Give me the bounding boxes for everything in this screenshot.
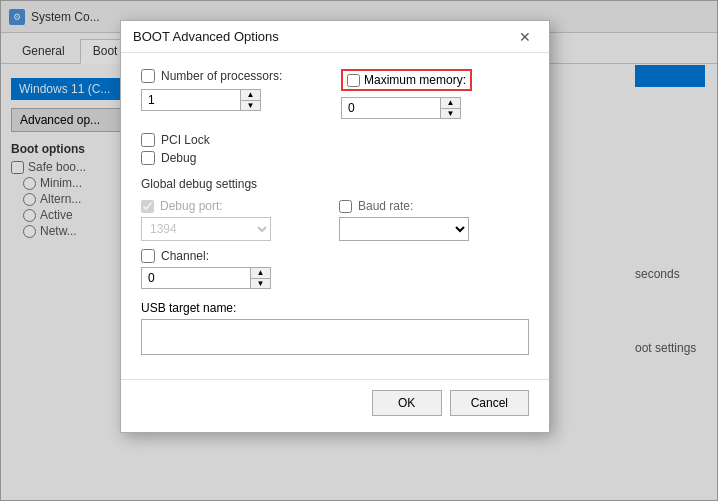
dialog-footer: OK Cancel — [121, 379, 549, 432]
pci-lock-label: PCI Lock — [161, 133, 210, 147]
max-memory-checkbox[interactable] — [347, 74, 360, 87]
max-memory-spinner[interactable]: ▲ ▼ — [341, 97, 461, 119]
num-processors-up[interactable]: ▲ — [241, 90, 260, 100]
usb-target-input[interactable] — [141, 319, 529, 355]
dialog-body: Number of processors: ▲ ▼ Maximum memory… — [121, 53, 549, 371]
num-processors-input[interactable] — [142, 90, 240, 110]
debug-checkbox[interactable] — [141, 151, 155, 165]
dialog-title: BOOT Advanced Options — [133, 29, 279, 44]
usb-target-label: USB target name: — [141, 301, 236, 315]
channel-spinner[interactable]: ▲ ▼ — [141, 267, 271, 289]
num-processors-label: Number of processors: — [161, 69, 282, 83]
debug-row: Debug — [141, 151, 529, 165]
max-memory-col: Maximum memory: ▲ ▼ — [341, 69, 529, 119]
channel-input[interactable] — [142, 268, 250, 288]
num-processors-down[interactable]: ▼ — [241, 100, 260, 111]
debug-settings-grid: Debug port: 1394 Baud rate: — [141, 199, 529, 241]
max-memory-label: Maximum memory: — [364, 73, 466, 87]
boot-advanced-options-dialog: BOOT Advanced Options ✕ Number of proces… — [120, 20, 550, 433]
baud-rate-checkbox[interactable] — [339, 200, 352, 213]
max-memory-highlight-box: Maximum memory: — [341, 69, 472, 91]
dialog-titlebar: BOOT Advanced Options ✕ — [121, 21, 549, 53]
debug-port-dropdown[interactable]: 1394 — [141, 217, 271, 241]
ok-button[interactable]: OK — [372, 390, 442, 416]
debug-label: Debug — [161, 151, 196, 165]
channel-down[interactable]: ▼ — [251, 278, 270, 289]
num-processors-spinner-btns: ▲ ▼ — [240, 90, 260, 110]
channel-section: Channel: ▲ ▼ — [141, 249, 529, 289]
debug-port-group: Debug port: 1394 — [141, 199, 331, 241]
channel-checkbox[interactable] — [141, 249, 155, 263]
num-processors-spinner[interactable]: ▲ ▼ — [141, 89, 261, 111]
usb-target-section: USB target name: — [141, 301, 529, 355]
global-debug-title: Global debug settings — [141, 177, 529, 191]
baud-rate-label: Baud rate: — [358, 199, 413, 213]
baud-rate-label-row: Baud rate: — [339, 199, 529, 213]
channel-up[interactable]: ▲ — [251, 268, 270, 278]
num-processors-checkbox[interactable] — [141, 69, 155, 83]
max-memory-input[interactable] — [342, 98, 440, 118]
channel-spinner-btns: ▲ ▼ — [250, 268, 270, 288]
max-memory-spinner-btns: ▲ ▼ — [440, 98, 460, 118]
close-button[interactable]: ✕ — [513, 25, 537, 49]
max-memory-down[interactable]: ▼ — [441, 108, 460, 119]
pci-lock-row: PCI Lock — [141, 133, 529, 147]
channel-label-row: Channel: — [141, 249, 529, 263]
top-options-grid: Number of processors: ▲ ▼ Maximum memory… — [141, 69, 529, 119]
baud-rate-group: Baud rate: — [339, 199, 529, 241]
debug-port-label: Debug port: — [160, 199, 223, 213]
num-processors-col: Number of processors: ▲ ▼ — [141, 69, 329, 119]
baud-rate-dropdown[interactable] — [339, 217, 469, 241]
channel-label: Channel: — [161, 249, 209, 263]
num-processors-label-row: Number of processors: — [141, 69, 329, 83]
debug-port-checkbox[interactable] — [141, 200, 154, 213]
cancel-button[interactable]: Cancel — [450, 390, 529, 416]
max-memory-up[interactable]: ▲ — [441, 98, 460, 108]
debug-port-label-row: Debug port: — [141, 199, 331, 213]
pci-lock-checkbox[interactable] — [141, 133, 155, 147]
